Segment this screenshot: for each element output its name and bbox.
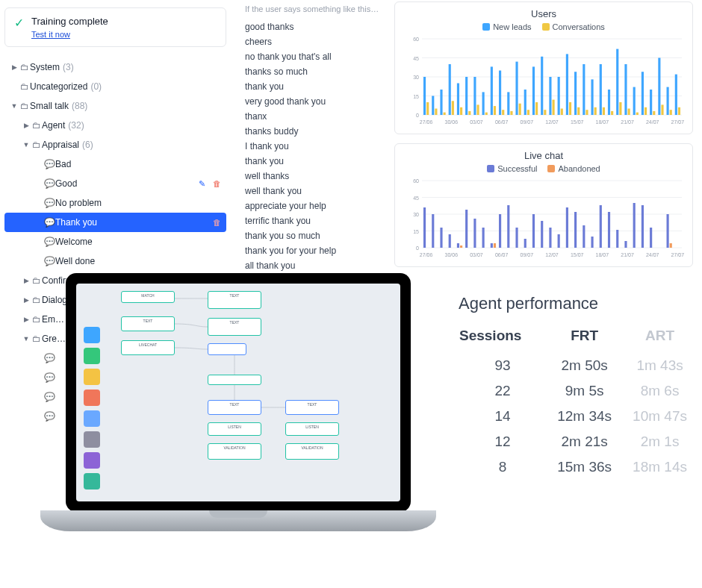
phrase-item[interactable]: very good thank you: [245, 94, 384, 109]
phrase-item[interactable]: cheers: [245, 34, 384, 49]
svg-text:12/07: 12/07: [545, 119, 559, 125]
phrase-item[interactable]: thank you: [245, 79, 384, 94]
phrase-item[interactable]: thanks buddy: [245, 124, 384, 139]
flow-node[interactable]: TEXT: [208, 400, 261, 415]
tree-count: (0): [90, 81, 102, 92]
tree-label: Good: [55, 178, 77, 189]
training-status-card: ✓ Training complete Test it now: [4, 7, 226, 47]
expand-icon[interactable]: ▶: [9, 63, 19, 71]
flow-node[interactable]: VALIDATION: [285, 443, 339, 460]
svg-rect-118: [633, 203, 636, 248]
tree-folder[interactable]: ▼🗀Small talk(88): [4, 96, 226, 116]
svg-rect-23: [532, 66, 535, 115]
svg-rect-53: [527, 110, 529, 115]
expand-icon[interactable]: ▶: [21, 316, 31, 323]
tree-count: (32): [68, 120, 84, 131]
expand-icon[interactable]: ▼: [21, 141, 31, 148]
flow-node[interactable]: TEXT: [121, 316, 175, 331]
flow-node[interactable]: LIVECHAT: [121, 340, 175, 355]
chart-title: Live chat: [404, 150, 683, 161]
svg-rect-33: [616, 49, 618, 115]
tree-label: System: [30, 62, 60, 72]
phrase-item[interactable]: thanx: [245, 109, 384, 124]
tree-item[interactable]: 💬Bad: [4, 154, 226, 174]
phrase-item[interactable]: all thank you: [245, 258, 384, 273]
tree-label: Thank you: [55, 217, 97, 228]
phrase-item[interactable]: appreciate your help: [245, 198, 384, 213]
tree-item[interactable]: 💬Welcome: [4, 232, 226, 251]
phrase-item[interactable]: I thank you: [245, 139, 384, 154]
phrase-item[interactable]: thanks so much: [245, 64, 384, 79]
svg-rect-108: [549, 228, 551, 248]
flow-node[interactable]: TEXT: [208, 291, 261, 309]
delete-icon[interactable]: 🗑: [211, 178, 222, 189]
svg-rect-59: [577, 107, 580, 115]
svg-rect-31: [600, 64, 602, 115]
phrase-item[interactable]: well thanks: [245, 169, 384, 184]
svg-rect-117: [624, 241, 627, 248]
svg-rect-98: [465, 210, 468, 248]
tree-folder[interactable]: ▶🗀System(3): [4, 57, 226, 77]
test-it-link[interactable]: Test it now: [31, 30, 108, 39]
phrase-item[interactable]: terrific thank you: [245, 213, 384, 228]
phrase-item[interactable]: thank you for your help: [245, 243, 384, 258]
tree-folder[interactable]: 🗀Uncategorized(0): [4, 77, 226, 96]
flow-node[interactable]: [208, 343, 246, 355]
tree-item[interactable]: 💬Thank you🗑: [4, 213, 226, 232]
flow-node[interactable]: TEXT: [285, 400, 339, 415]
delete-icon[interactable]: 🗑: [211, 217, 222, 228]
svg-rect-39: [667, 87, 669, 115]
phrase-item[interactable]: no thank you that's all: [245, 49, 384, 64]
svg-rect-66: [636, 113, 639, 115]
svg-rect-54: [535, 102, 538, 115]
chat-icon: 💬: [43, 217, 55, 228]
expand-icon[interactable]: ▼: [21, 335, 31, 343]
expand-icon[interactable]: ▶: [21, 277, 31, 284]
svg-rect-43: [444, 113, 446, 115]
flow-node[interactable]: [208, 375, 261, 385]
svg-rect-58: [569, 102, 571, 115]
svg-text:30: 30: [413, 75, 419, 80]
tree-count: (3): [63, 62, 74, 72]
svg-text:06/07: 06/07: [495, 119, 509, 125]
phrase-item[interactable]: thank you so much: [245, 228, 384, 243]
svg-rect-55: [544, 110, 546, 115]
tree-item[interactable]: 💬No problem: [4, 193, 226, 213]
expand-icon[interactable]: ▼: [9, 102, 19, 110]
tree-folder[interactable]: ▼🗀Appraisal(6): [4, 135, 226, 154]
svg-rect-11: [432, 96, 434, 116]
legend-item: Successful: [487, 164, 537, 173]
perf-col-header: ART: [622, 327, 698, 353]
svg-rect-113: [591, 237, 593, 248]
chart-title: Users: [404, 8, 683, 19]
flow-node[interactable]: VALIDATION: [208, 443, 261, 460]
folder-icon: 🗀: [31, 120, 42, 131]
svg-rect-96: [449, 234, 451, 248]
svg-rect-69: [661, 104, 663, 115]
svg-rect-17: [482, 92, 485, 115]
svg-rect-26: [558, 77, 560, 115]
tree-item[interactable]: 💬Well done: [4, 251, 226, 271]
tree-folder[interactable]: ▶🗀Agent(32): [4, 116, 226, 135]
flow-node[interactable]: TEXT: [208, 318, 261, 336]
expand-icon[interactable]: ▶: [21, 296, 31, 304]
phrase-item[interactable]: well thank you: [245, 184, 384, 198]
svg-text:15/07: 15/07: [571, 252, 584, 257]
chat-icon: 💬: [43, 159, 55, 169]
phrase-item[interactable]: thank you: [245, 154, 384, 169]
expand-icon[interactable]: ▶: [21, 122, 31, 129]
svg-rect-29: [583, 64, 585, 115]
users-chart-card: Users New leadsConversations 01530456027…: [394, 1, 693, 134]
phrase-item[interactable]: good thanks: [245, 19, 384, 34]
svg-rect-32: [608, 90, 610, 115]
flow-node[interactable]: LISTEN: [285, 422, 339, 436]
edit-icon[interactable]: ✎: [196, 178, 207, 189]
tree-item[interactable]: 💬Good✎🗑: [4, 174, 226, 193]
svg-text:15: 15: [413, 94, 419, 99]
svg-rect-42: [435, 109, 437, 116]
svg-text:09/07: 09/07: [521, 119, 534, 125]
flow-node[interactable]: MATCH: [121, 291, 175, 303]
svg-rect-25: [549, 77, 551, 115]
folder-icon: 🗀: [19, 62, 30, 72]
flow-node[interactable]: LISTEN: [208, 422, 261, 436]
